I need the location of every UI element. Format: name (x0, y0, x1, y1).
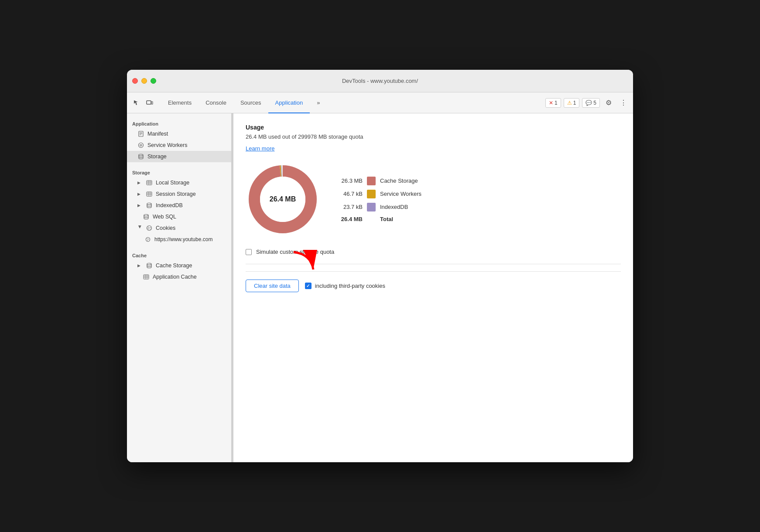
simulate-row: Simulate custom storage quota (246, 249, 621, 255)
legend-row-indexeddb: 23.7 kB IndexedDB (337, 203, 421, 211)
error-icon: ✕ (549, 100, 553, 106)
sidebar-section-cache: Cache (127, 249, 231, 260)
storage-legend: 26.3 MB Cache Storage 46.7 kB Service Wo… (337, 177, 421, 222)
sidebar-item-manifest[interactable]: Manifest (127, 128, 231, 140)
svg-point-6 (139, 143, 144, 148)
sidebar-item-session-storage[interactable]: ▶ Session Storage (127, 188, 231, 200)
section-divider (246, 264, 621, 264)
svg-rect-0 (147, 101, 151, 104)
warning-count: 1 (573, 100, 576, 106)
legend-row-cache-storage: 26.3 MB Cache Storage (337, 177, 421, 185)
svg-point-20 (144, 215, 148, 216)
tab-elements[interactable]: Elements (161, 92, 199, 113)
close-button[interactable] (132, 78, 138, 84)
local-storage-label: Local Storage (156, 180, 189, 186)
legend-name-indexeddb: IndexedDB (380, 204, 421, 210)
indexeddb-icon (146, 202, 153, 209)
web-sql-icon (143, 213, 150, 220)
toolbar-right: ✕ 1 ⚠ 1 💬 5 ⚙ ⋮ (545, 97, 630, 109)
window-title: DevTools - www.youtube.com/ (342, 78, 418, 84)
legend-swatch-cache-storage (367, 177, 376, 185)
tab-console[interactable]: Console (199, 92, 233, 113)
service-workers-icon (137, 142, 144, 149)
main-panel: Usage 26.4 MB used out of 299978 MB stor… (233, 113, 633, 462)
expand-arrow-cookies[interactable]: ▶ (138, 225, 142, 231)
cookies-icon (146, 225, 153, 232)
maximize-button[interactable] (151, 78, 156, 84)
simulate-label: Simulate custom storage quota (256, 249, 334, 255)
legend-name-cache-storage: Cache Storage (380, 177, 421, 184)
toolbar: Elements Console Sources Application » ✕… (127, 92, 633, 113)
sidebar-item-cache-storage[interactable]: ▶ Cache Storage (127, 260, 231, 271)
learn-more-link[interactable]: Learn more (246, 145, 274, 152)
device-toggle-icon[interactable] (144, 97, 156, 109)
manifest-label: Manifest (147, 131, 168, 137)
svg-rect-32 (144, 275, 149, 279)
toolbar-left-icons (130, 97, 156, 109)
svg-point-24 (148, 228, 149, 229)
tab-sources[interactable]: Sources (233, 92, 268, 113)
simulate-checkbox[interactable] (246, 249, 252, 255)
tab-more[interactable]: » (310, 92, 327, 113)
svg-rect-14 (147, 192, 152, 196)
session-storage-label: Session Storage (156, 191, 196, 197)
sidebar-item-service-workers[interactable]: Service Workers (127, 140, 231, 151)
warning-badge[interactable]: ⚠ 1 (564, 98, 580, 108)
settings-icon[interactable]: ⚙ (603, 97, 615, 109)
legend-name-service-workers: Service Workers (380, 191, 421, 197)
legend-value-service-workers: 46.7 kB (337, 191, 363, 197)
service-workers-label: Service Workers (147, 142, 187, 148)
legend-row-total: 26.4 MB Total (337, 216, 421, 222)
expand-arrow-cache-storage[interactable]: ▶ (137, 263, 143, 268)
third-party-row: including third-party cookies (305, 283, 385, 289)
warning-icon: ⚠ (567, 100, 572, 106)
legend-name-total: Total (380, 216, 421, 222)
minimize-button[interactable] (141, 78, 147, 84)
legend-value-cache-storage: 26.3 MB (337, 177, 363, 184)
devtools-window: DevTools - www.youtube.com/ Elements Con… (127, 70, 633, 462)
inspect-element-icon[interactable] (130, 97, 143, 109)
sidebar-item-cookies-url[interactable]: https://www.youtube.com (127, 234, 231, 245)
sidebar-item-indexeddb[interactable]: ▶ IndexedDB (127, 200, 231, 211)
third-party-checkbox[interactable] (305, 283, 312, 289)
svg-point-31 (147, 263, 151, 265)
sidebar-item-cookies[interactable]: ▶ Cookies (127, 222, 231, 234)
web-sql-label: Web SQL (153, 214, 176, 220)
cookies-url-icon (144, 236, 151, 243)
svg-point-29 (148, 239, 149, 239)
app-cache-label: Application Cache (153, 274, 197, 280)
svg-point-23 (150, 227, 151, 228)
bottom-section: Clear site data including third-party co… (246, 271, 621, 292)
expand-arrow-local-storage[interactable]: ▶ (137, 181, 143, 185)
svg-point-30 (147, 240, 148, 241)
svg-point-28 (147, 238, 147, 239)
manifest-icon (137, 130, 144, 137)
cache-storage-label: Cache Storage (156, 263, 192, 269)
svg-point-8 (139, 154, 143, 156)
expand-arrow-session-storage[interactable]: ▶ (137, 192, 143, 196)
message-badge[interactable]: 💬 5 (582, 98, 600, 108)
third-party-label: including third-party cookies (315, 283, 385, 289)
session-storage-icon (146, 191, 153, 198)
sidebar-section-application: Application (127, 117, 231, 128)
expand-arrow-indexeddb[interactable]: ▶ (137, 203, 143, 208)
svg-point-26 (150, 229, 151, 229)
cache-storage-icon (146, 262, 153, 269)
message-icon: 💬 (585, 100, 592, 106)
svg-rect-1 (151, 102, 153, 104)
svg-point-22 (148, 227, 149, 228)
sidebar-item-app-cache[interactable]: Application Cache (127, 271, 231, 283)
more-options-icon[interactable]: ⋮ (617, 97, 630, 109)
legend-swatch-service-workers (367, 190, 376, 198)
cookies-url-label: https://www.youtube.com (154, 236, 212, 242)
clear-site-data-button[interactable]: Clear site data (246, 280, 299, 292)
sidebar-item-storage[interactable]: Storage (127, 151, 231, 162)
error-badge[interactable]: ✕ 1 (545, 98, 561, 108)
error-count: 1 (555, 100, 558, 106)
titlebar: DevTools - www.youtube.com/ (127, 70, 633, 92)
svg-point-19 (147, 203, 151, 205)
legend-value-total: 26.4 MB (337, 216, 363, 222)
tab-application[interactable]: Application (268, 92, 310, 113)
sidebar-item-web-sql[interactable]: Web SQL (127, 211, 231, 222)
sidebar-item-local-storage[interactable]: ▶ Local Storage (127, 177, 231, 188)
